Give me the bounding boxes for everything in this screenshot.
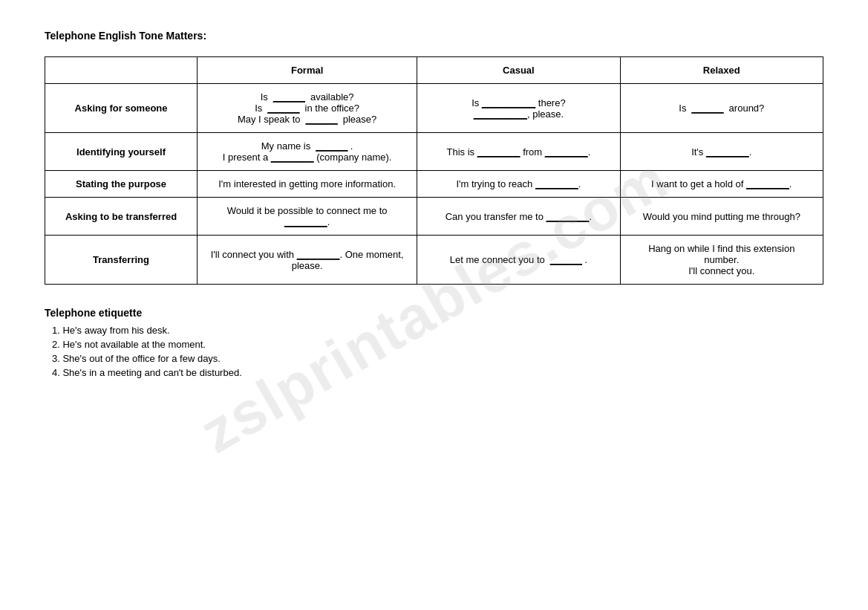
table-row-asking-for-someone: Asking for someoneIs ______ available?Is… [45,84,823,133]
casual-cell-asking-to-be-transferred: Can you transfer me to ________. [417,198,620,236]
table-row-transferring: TransferringI'll connect you with ______… [45,236,823,285]
etiquette-list: 1. He's away from his desk.2. He's not a… [45,325,823,378]
etiquette-item-2: 2. He's not available at the moment. [52,339,823,350]
header-category [45,57,198,84]
header-formal: Formal [198,57,417,84]
table-row-stating-the-purpose: Stating the purposeI'm interested in get… [45,171,823,198]
formal-cell-stating-the-purpose: I'm interested in getting more informati… [198,171,417,198]
row-label-transferring: Transferring [45,236,198,285]
relaxed-cell-asking-to-be-transferred: Would you mind putting me through? [620,198,823,236]
casual-cell-asking-for-someone: Is __________ there?__________, please. [417,84,620,133]
casual-cell-stating-the-purpose: I'm trying to reach ________. [417,171,620,198]
casual-cell-transferring: Let me connect you to ______. [417,236,620,285]
telephone-table: Formal Casual Relaxed Asking for someone… [45,56,823,285]
formal-cell-asking-to-be-transferred: Would it be possible to connect me to __… [198,198,417,236]
relaxed-cell-stating-the-purpose: I want to get a hold of ________. [620,171,823,198]
table-row-asking-to-be-transferred: Asking to be transferredWould it be poss… [45,198,823,236]
relaxed-cell-identifying-yourself: It's ________. [620,133,823,171]
etiquette-item-4: 4. She's in a meeting and can't be distu… [52,367,823,378]
etiquette-title: Telephone etiquette [45,307,823,319]
etiquette-section: Telephone etiquette 1. He's away from hi… [45,307,823,378]
casual-cell-identifying-yourself: This is ________ from ________. [417,133,620,171]
relaxed-cell-asking-for-someone: Is ______ around? [620,84,823,133]
row-label-identifying-yourself: Identifying yourself [45,133,198,171]
header-relaxed: Relaxed [620,57,823,84]
header-casual: Casual [417,57,620,84]
etiquette-item-3: 3. She's out of the office for a few day… [52,353,823,364]
formal-cell-identifying-yourself: My name is ______.I present a ________ (… [198,133,417,171]
formal-cell-transferring: I'll connect you with ________. One mome… [198,236,417,285]
row-label-stating-the-purpose: Stating the purpose [45,171,198,198]
formal-cell-asking-for-someone: Is ______ available?Is ______ in the off… [198,84,417,133]
row-label-asking-for-someone: Asking for someone [45,84,198,133]
table-row-identifying-yourself: Identifying yourselfMy name is ______.I … [45,133,823,171]
page-title: Telephone English Tone Matters: [45,30,823,42]
etiquette-item-1: 1. He's away from his desk. [52,325,823,336]
row-label-asking-to-be-transferred: Asking to be transferred [45,198,198,236]
relaxed-cell-transferring: Hang on while I find this extension numb… [620,236,823,285]
